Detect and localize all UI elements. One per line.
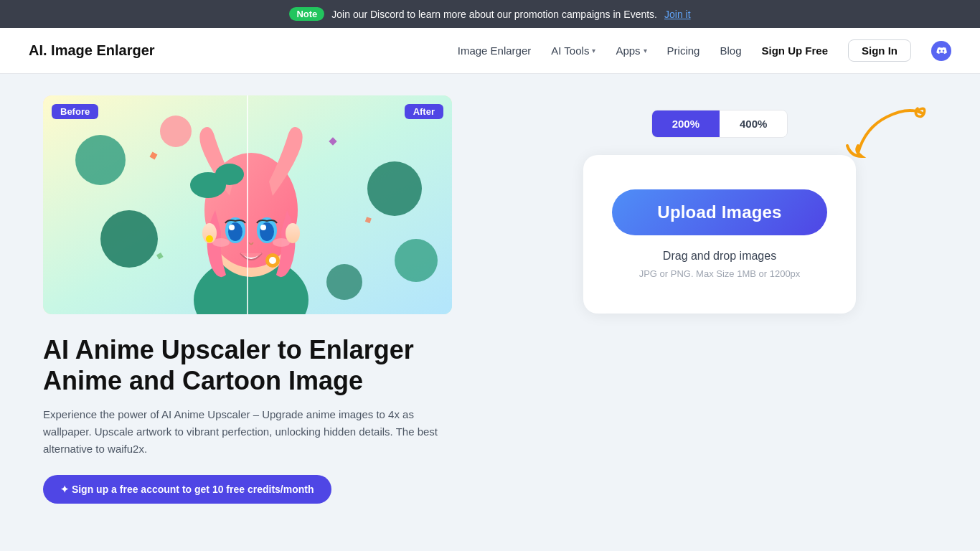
svg-point-2 [75,135,126,185]
chevron-down-icon: ▾ [644,47,647,55]
nav-apps[interactable]: Apps ▾ [616,44,646,57]
main-nav: Image Enlarger AI Tools ▾ Apps ▾ Pricing… [458,39,951,62]
svg-point-19 [260,225,266,230]
discord-icon[interactable] [931,41,951,61]
svg-point-23 [286,223,300,243]
left-panel: Before After AI Anime Upscaler to Enlarg… [43,95,459,504]
svg-point-13 [215,164,244,185]
svg-point-24 [206,235,213,242]
nav-blog[interactable]: Blog [720,44,741,57]
nav-pricing[interactable]: Pricing [667,44,700,57]
zoom-400-button[interactable]: 400% [720,110,787,137]
chevron-down-icon: ▾ [592,47,595,55]
after-badge: After [405,104,443,119]
header: AI. Image Enlarger Image Enlarger AI Too… [0,28,980,74]
zoom-200-button[interactable]: 200% [652,110,720,137]
upload-images-button[interactable]: Upload Images [612,189,827,235]
image-comparison: Before After [43,95,452,314]
file-hint: JPG or PNG. Max Size 1MB or 1200px [639,268,801,279]
before-badge: Before [52,104,98,119]
signup-link[interactable]: Sign Up Free [761,44,828,57]
svg-point-5 [395,239,438,282]
svg-point-7 [160,116,192,147]
announcement-text: Join our Discord to learn more about our… [331,9,657,20]
note-badge: Note [289,7,324,21]
svg-point-26 [269,257,276,264]
nav-ai-tools[interactable]: AI Tools ▾ [551,44,595,57]
announcement-bar: Note Join our Discord to learn more abou… [0,0,980,28]
drag-drop-text: Drag and drop images [663,250,776,263]
svg-point-6 [326,264,362,300]
nav-image-enlarger[interactable]: Image Enlarger [458,44,532,57]
page-title: AI Anime Upscaler to Enlarger Anime and … [43,334,459,396]
signin-button[interactable]: Sign In [848,39,911,62]
announcement-link[interactable]: Join it [664,9,691,20]
svg-point-4 [367,161,422,216]
logo: AI. Image Enlarger [29,42,155,59]
svg-point-3 [100,210,158,268]
upload-card: Upload Images Drag and drop images JPG o… [583,155,856,314]
deco-arrow [837,103,930,167]
zoom-toggle: 200% 400% [651,110,788,138]
page-description: Experience the power of AI Anime Upscale… [43,406,459,458]
main-content: Before After AI Anime Upscaler to Enlarg… [0,74,980,547]
signup-cta-button[interactable]: ✦ Sign up a free account to get 10 free … [43,475,331,504]
svg-point-18 [229,225,235,230]
right-panel: 200% 400% Upload Images Drag and drop im… [502,95,937,314]
